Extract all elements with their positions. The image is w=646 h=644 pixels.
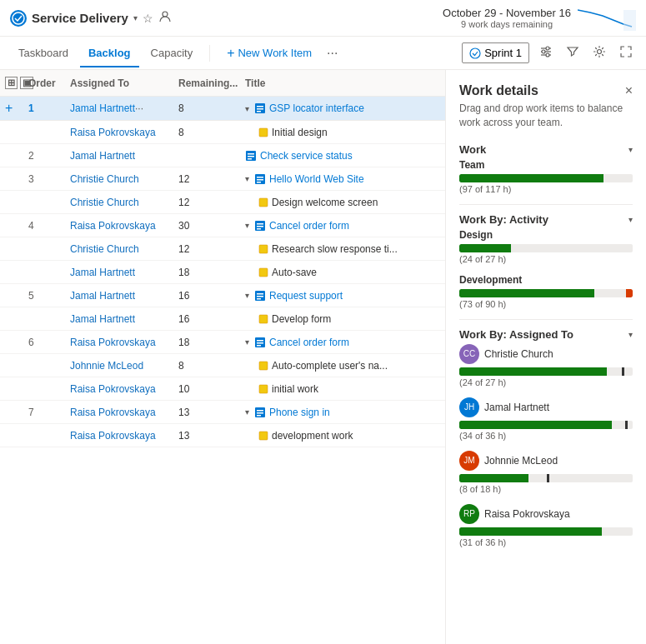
new-work-item-button[interactable]: + New Work Item bbox=[218, 42, 320, 65]
jamal-row: JH Jamal Hartnett bbox=[459, 397, 633, 417]
jamal-avatar: JH bbox=[459, 397, 479, 417]
row-assignee[interactable]: Jamal Hartnett bbox=[65, 284, 173, 307]
section-divider-2 bbox=[459, 319, 633, 320]
row-assignee[interactable]: Raisa Pokrovskaya bbox=[65, 401, 173, 423]
sprint-dates: October 29 - November 16 bbox=[443, 7, 571, 19]
raisa-name: Raisa Pokrovskaya bbox=[484, 508, 570, 520]
svg-rect-40 bbox=[259, 362, 268, 370]
favorite-icon[interactable]: ☆ bbox=[143, 12, 153, 25]
add-cell[interactable]: + bbox=[0, 98, 23, 118]
assignee-section-label: Work By: Assigned To bbox=[459, 328, 573, 341]
svg-rect-19 bbox=[248, 158, 252, 160]
svg-rect-21 bbox=[257, 177, 263, 178]
filter-button[interactable] bbox=[563, 42, 583, 65]
row-assignee[interactable]: Christie Church bbox=[65, 167, 173, 190]
row-assignee[interactable]: Raisa Pokrovskaya bbox=[65, 424, 173, 447]
more-options-button[interactable]: ··· bbox=[323, 42, 341, 64]
filter-options-button[interactable] bbox=[536, 42, 556, 65]
design-label: Design bbox=[459, 229, 633, 241]
tab-capacity[interactable]: Capacity bbox=[143, 40, 202, 67]
row-assignee[interactable]: Jamal Hartnett bbox=[65, 144, 173, 167]
expand-button[interactable] bbox=[616, 42, 636, 65]
row-title-text[interactable]: development work bbox=[272, 430, 353, 442]
task-icon bbox=[258, 361, 268, 371]
row-title-text[interactable]: initial work bbox=[272, 383, 318, 395]
task-icon bbox=[258, 197, 268, 207]
feature-icon bbox=[254, 173, 266, 185]
svg-rect-15 bbox=[259, 128, 268, 137]
panel-header: Work details × bbox=[459, 83, 633, 98]
sprint-selector-button[interactable]: Sprint 1 bbox=[462, 42, 529, 63]
svg-rect-14 bbox=[257, 111, 261, 112]
svg-rect-43 bbox=[257, 410, 263, 412]
row-title-text[interactable]: Auto-complete user's na... bbox=[272, 360, 388, 372]
settings-button[interactable] bbox=[589, 42, 609, 65]
design-bar-fill bbox=[459, 244, 511, 252]
top-left: Service Delivery ▾ ☆ bbox=[10, 10, 172, 27]
row-title-text[interactable]: Request support bbox=[269, 290, 343, 302]
row-title-text[interactable]: Check service status bbox=[260, 150, 353, 162]
assignee-section-header[interactable]: Work By: Assigned To ▾ bbox=[459, 328, 633, 341]
sprint-label: Sprint 1 bbox=[484, 47, 522, 59]
design-bar bbox=[459, 244, 633, 252]
row-assignee[interactable]: Jamal Hartnett bbox=[65, 307, 173, 330]
sliders-icon bbox=[539, 45, 553, 58]
development-bar-label: (73 of 90 h) bbox=[459, 299, 633, 309]
row-title-text[interactable]: Research slow response ti... bbox=[272, 243, 398, 255]
jamal-name: Jamal Hartnett bbox=[484, 402, 549, 413]
row-assignee[interactable]: Raisa Pokrovskaya bbox=[65, 121, 173, 143]
svg-rect-29 bbox=[259, 245, 268, 253]
project-name: Service Delivery bbox=[32, 11, 128, 25]
row-title-text[interactable]: Design welcome screen bbox=[272, 197, 378, 208]
svg-marker-2 bbox=[623, 10, 636, 31]
christie-name: Christie Church bbox=[484, 348, 553, 360]
expand-all-icon[interactable]: ⊞ bbox=[5, 77, 18, 89]
row-title-text[interactable]: Develop form bbox=[272, 313, 331, 325]
th-icons: ⊞ ▣ bbox=[0, 73, 23, 92]
row-assignee[interactable]: Christie Church bbox=[65, 191, 173, 213]
table-row: 3 Christie Church 12 ▾ Hello World Web S… bbox=[0, 167, 445, 191]
row-title-text[interactable]: Cancel order form bbox=[269, 220, 349, 232]
collapse-icon[interactable]: ▾ bbox=[245, 104, 249, 113]
main-content: ⊞ ▣ Order Assigned To Remaining... Title… bbox=[0, 70, 646, 644]
row-assignee[interactable]: Raisa Pokrovskaya bbox=[65, 331, 173, 353]
table-row: Raisa Pokrovskaya 10 initial work bbox=[0, 377, 445, 401]
table-row: Christie Church 12 Research slow respons… bbox=[0, 237, 445, 261]
svg-rect-33 bbox=[257, 296, 263, 297]
svg-rect-18 bbox=[248, 156, 254, 157]
row-title-text[interactable]: Hello World Web Site bbox=[269, 173, 364, 185]
raisa-avatar: RP bbox=[459, 504, 479, 524]
table-row: Johnnie McLeod 8 Auto-complete user's na… bbox=[0, 354, 445, 377]
th-remaining: Remaining... bbox=[173, 73, 240, 92]
feature-icon bbox=[254, 220, 266, 232]
table-row: 5 Jamal Hartnett 16 ▾ Request support bbox=[0, 284, 445, 307]
work-section-header[interactable]: Work ▾ bbox=[459, 143, 633, 156]
table-row: 6 Raisa Pokrovskaya 18 ▾ Cancel order fo… bbox=[0, 331, 445, 354]
row-title-text[interactable]: Cancel order form bbox=[269, 337, 349, 348]
row-add-cell bbox=[0, 121, 23, 143]
close-panel-button[interactable]: × bbox=[625, 83, 633, 98]
th-title: Title bbox=[240, 73, 445, 92]
row-assignee[interactable]: Johnnie McLeod bbox=[65, 354, 173, 377]
table-row: Jamal Hartnett 16 Develop form bbox=[0, 307, 445, 331]
table-row: Jamal Hartnett 18 Auto-save bbox=[0, 261, 445, 284]
project-chevron-icon[interactable]: ▾ bbox=[133, 13, 138, 22]
feature-icon bbox=[254, 290, 266, 302]
row-assignee[interactable]: Raisa Pokrovskaya bbox=[65, 377, 173, 400]
tab-taskboard[interactable]: Taskboard bbox=[10, 40, 77, 67]
project-icon bbox=[10, 10, 27, 27]
row-title-text[interactable]: Phone sign in bbox=[269, 407, 330, 418]
member-icon[interactable] bbox=[158, 10, 172, 26]
activity-section-header[interactable]: Work By: Activity ▾ bbox=[459, 213, 633, 226]
row-title-cell: Auto-save bbox=[253, 261, 445, 283]
tab-backlog[interactable]: Backlog bbox=[80, 40, 139, 67]
row-title-text[interactable]: Auto-save bbox=[272, 267, 317, 278]
row-assignee[interactable]: Jamal Hartnett bbox=[65, 261, 173, 283]
task-icon bbox=[258, 384, 268, 394]
add-title-text[interactable]: GSP locator interface bbox=[269, 102, 364, 114]
row-assignee[interactable]: Christie Church bbox=[65, 237, 173, 260]
christie-row: CC Christie Church bbox=[459, 344, 633, 364]
row-assignee[interactable]: Raisa Pokrovskaya bbox=[65, 214, 173, 237]
row-order: 3 bbox=[23, 167, 65, 190]
row-title-text[interactable]: Initial design bbox=[272, 127, 328, 138]
